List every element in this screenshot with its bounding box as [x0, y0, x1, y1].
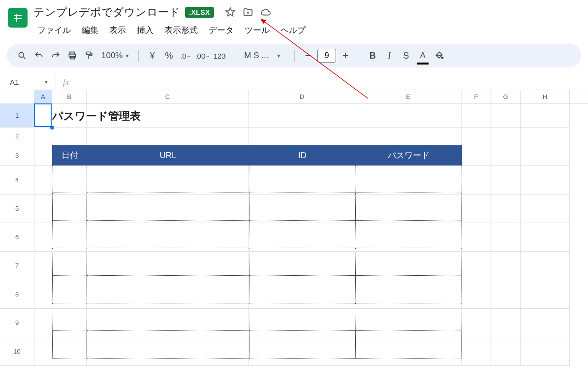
cell-G6[interactable]	[491, 223, 521, 252]
table-header[interactable]: パスワード	[356, 146, 462, 165]
bold-button[interactable]: B	[365, 48, 380, 64]
table-cell[interactable]	[87, 248, 249, 276]
star-icon[interactable]	[225, 7, 236, 18]
text-color-button[interactable]: A	[415, 48, 430, 64]
cell-F3[interactable]	[462, 145, 491, 166]
table-cell[interactable]	[87, 165, 249, 193]
cell-A3[interactable]	[34, 145, 52, 166]
menu-help[interactable]: ヘルプ	[277, 23, 309, 38]
menu-view[interactable]: 表示	[105, 23, 130, 38]
row-header-3[interactable]: 3	[0, 145, 34, 166]
cell-F7[interactable]	[462, 252, 491, 280]
table-cell[interactable]	[53, 165, 87, 193]
table-cell[interactable]	[356, 331, 462, 359]
row-header-7[interactable]: 7	[0, 252, 34, 280]
select-all-corner[interactable]	[0, 90, 34, 103]
table-header[interactable]: URL	[87, 146, 249, 165]
table-cell[interactable]	[249, 193, 356, 221]
row-header-5[interactable]: 5	[0, 195, 34, 223]
cell-H5[interactable]	[521, 195, 570, 223]
fill-color-button[interactable]	[432, 48, 447, 64]
row-header-2[interactable]: 2	[0, 128, 34, 145]
cell-A2[interactable]	[34, 128, 52, 145]
cell-G1[interactable]	[491, 104, 521, 128]
table-cell[interactable]	[249, 276, 356, 303]
cloud-status-icon[interactable]	[260, 7, 271, 18]
row-header-10[interactable]: 10	[0, 337, 34, 366]
undo-button[interactable]	[31, 48, 46, 64]
redo-button[interactable]	[48, 48, 63, 64]
row-header-4[interactable]: 4	[0, 166, 34, 195]
cell-H4[interactable]	[521, 166, 570, 195]
percent-button[interactable]: %	[161, 48, 176, 64]
cell-G7[interactable]	[491, 252, 521, 280]
cell-G8[interactable]	[491, 280, 521, 309]
row-header-6[interactable]: 6	[0, 223, 34, 252]
decrease-decimal-button[interactable]: .0←	[178, 48, 193, 64]
print-button[interactable]	[65, 48, 80, 64]
table-cell[interactable]	[249, 221, 356, 248]
font-family-select[interactable]: M S ...▼	[239, 51, 288, 61]
table-cell[interactable]	[53, 193, 87, 221]
cell-G2[interactable]	[491, 128, 521, 145]
sheets-logo[interactable]	[8, 8, 28, 28]
table-cell[interactable]	[249, 248, 356, 276]
cell-F8[interactable]	[462, 280, 491, 309]
strikethrough-button[interactable]: S	[399, 48, 413, 64]
column-header-B[interactable]: B	[52, 90, 87, 103]
column-header-D[interactable]: D	[249, 90, 355, 103]
table-cell[interactable]	[53, 248, 87, 276]
cell-H8[interactable]	[521, 280, 570, 309]
cell-H2[interactable]	[521, 128, 570, 145]
table-cell[interactable]	[356, 221, 462, 248]
table-cell[interactable]	[249, 165, 356, 193]
cell-H3[interactable]	[521, 145, 570, 166]
table-cell[interactable]	[53, 303, 87, 331]
table-cell[interactable]	[87, 276, 249, 303]
cell-A10[interactable]	[34, 337, 52, 366]
table-cell[interactable]	[53, 276, 87, 303]
more-formats-button[interactable]: 123	[212, 48, 227, 64]
cell-F4[interactable]	[462, 166, 491, 195]
cell-A9[interactable]	[34, 309, 52, 337]
cell-F10[interactable]	[462, 337, 491, 366]
column-header-F[interactable]: F	[462, 90, 491, 103]
cell-F9[interactable]	[462, 309, 491, 337]
cell-G9[interactable]	[491, 309, 521, 337]
table-cell[interactable]	[356, 193, 462, 221]
search-icon[interactable]	[15, 48, 30, 64]
table-cell[interactable]	[87, 193, 249, 221]
table-cell[interactable]	[356, 165, 462, 193]
menu-insert[interactable]: 挿入	[133, 23, 157, 38]
menu-format[interactable]: 表示形式	[160, 23, 202, 38]
table-cell[interactable]	[356, 303, 462, 331]
table-cell[interactable]	[53, 331, 87, 359]
cell-H6[interactable]	[521, 223, 570, 252]
table-cell[interactable]	[356, 276, 462, 303]
currency-button[interactable]: ¥	[145, 48, 159, 64]
cell-G4[interactable]	[491, 166, 521, 195]
cell-H9[interactable]	[521, 309, 570, 337]
cell-G3[interactable]	[491, 145, 521, 166]
document-title[interactable]: テンプレデポでダウンロード	[33, 5, 180, 20]
font-size-input[interactable]	[317, 49, 336, 63]
row-header-9[interactable]: 9	[0, 309, 34, 337]
cell-F2[interactable]	[462, 128, 491, 145]
cell-C2[interactable]	[87, 128, 249, 145]
cell-D1[interactable]	[249, 104, 355, 128]
formula-input[interactable]	[76, 74, 588, 90]
cell-E2[interactable]	[355, 128, 462, 145]
cell-A6[interactable]	[34, 223, 52, 252]
table-cell[interactable]	[249, 303, 356, 331]
name-box[interactable]: A1▼	[0, 74, 56, 90]
table-header[interactable]: 日付	[53, 146, 87, 165]
increase-font-size-button[interactable]: +	[338, 48, 353, 64]
table-cell[interactable]	[53, 221, 87, 248]
menu-tools[interactable]: ツール	[241, 23, 274, 38]
table-cell[interactable]	[87, 331, 249, 359]
row-header-1[interactable]: 1	[0, 104, 34, 128]
column-header-G[interactable]: G	[491, 90, 521, 103]
cell-F6[interactable]	[462, 223, 491, 252]
cell-G5[interactable]	[491, 195, 521, 223]
cell-D2[interactable]	[249, 128, 355, 145]
